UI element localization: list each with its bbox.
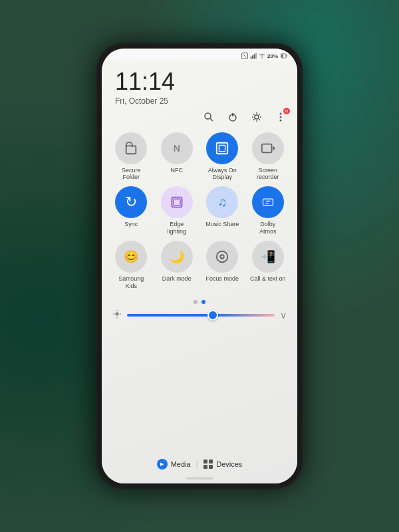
- tile-call-text[interactable]: 📲 Call & text on: [248, 241, 289, 290]
- tile-dark-mode[interactable]: 🌙 Dark mode: [157, 241, 198, 290]
- svg-rect-4: [254, 55, 255, 59]
- svg-point-14: [255, 115, 259, 119]
- battery-text: 20%: [267, 53, 278, 59]
- brightness-row: ∨: [102, 307, 297, 326]
- devices-grid-icon: [203, 460, 213, 469]
- svg-line-11: [210, 118, 213, 121]
- media-label: Media: [171, 460, 191, 468]
- svg-point-28: [115, 313, 118, 316]
- sync-icon: ↻: [115, 186, 147, 218]
- svg-rect-2: [251, 57, 252, 59]
- svg-point-27: [221, 255, 225, 259]
- svg-rect-18: [126, 146, 136, 154]
- tile-label: SecureFolder: [122, 167, 141, 182]
- media-bar: ▶ Media | Devices: [102, 455, 297, 475]
- brightness-slider[interactable]: [127, 314, 275, 317]
- notification-badge: N: [283, 108, 290, 114]
- svg-rect-21: [262, 144, 272, 152]
- dark-mode-icon: 🌙: [161, 241, 193, 273]
- svg-point-6: [261, 57, 263, 59]
- panel-content: 11:14 Fri, October 25 N: [102, 61, 297, 483]
- tile-label: NFC: [171, 167, 184, 174]
- media-divider: |: [196, 459, 199, 469]
- tile-label: Music Share: [205, 221, 239, 228]
- svg-marker-22: [273, 146, 275, 150]
- tile-dolby-atmos[interactable]: DolbyAtmos: [248, 186, 289, 235]
- phone-screen: 20% 11:14 Fri, October 25: [102, 49, 297, 483]
- svg-rect-24: [174, 199, 180, 205]
- status-icons: 20%: [241, 53, 288, 59]
- edge-lighting-icon: [161, 186, 193, 218]
- samsung-kids-icon: 😊: [115, 241, 147, 273]
- tile-samsung-kids[interactable]: 😊 SamsungKids: [111, 241, 152, 290]
- tile-label: Edgelighting: [167, 221, 186, 235]
- devices-button[interactable]: Devices: [203, 460, 242, 469]
- svg-rect-25: [263, 199, 273, 205]
- svg-rect-19: [217, 142, 228, 154]
- dot-2: [201, 300, 205, 304]
- svg-rect-9: [286, 55, 287, 57]
- brightness-low-icon: [112, 309, 122, 321]
- media-play-icon: ▶: [157, 459, 168, 469]
- bottom-handle: [102, 475, 297, 483]
- music-share-icon: ♫: [206, 186, 238, 218]
- always-on-icon: [206, 132, 238, 164]
- tile-label: Always OnDisplay: [208, 167, 237, 182]
- svg-point-17: [280, 119, 282, 121]
- status-bar: 20%: [102, 49, 297, 61]
- tile-label: SamsungKids: [118, 275, 144, 290]
- secure-folder-icon: [115, 132, 147, 164]
- tile-edge-lighting[interactable]: Edgelighting: [157, 186, 198, 235]
- tile-music-share[interactable]: ♫ Music Share: [202, 186, 243, 235]
- svg-line-1: [243, 55, 246, 57]
- tile-label: Screenrecorder: [257, 167, 279, 182]
- nfc-icon: N: [161, 132, 193, 164]
- power-button[interactable]: [225, 110, 240, 124]
- pagination: [102, 295, 297, 307]
- tile-sync[interactable]: ↻ Sync: [111, 186, 152, 235]
- tile-always-on-display[interactable]: Always OnDisplay: [202, 132, 243, 182]
- battery-icon: [280, 53, 288, 59]
- media-button[interactable]: ▶ Media: [157, 459, 191, 469]
- tile-secure-folder[interactable]: SecureFolder: [111, 132, 152, 182]
- silent-icon: [241, 53, 248, 59]
- svg-point-10: [205, 113, 211, 119]
- qs-toolbar: N: [102, 110, 297, 130]
- tile-label: Dark mode: [162, 275, 192, 283]
- date-display: Fri, October 25: [115, 96, 284, 106]
- svg-rect-5: [255, 53, 257, 59]
- search-button[interactable]: [201, 110, 216, 124]
- svg-rect-8: [281, 55, 283, 58]
- tile-label: Focus mode: [205, 275, 239, 283]
- phone-device: 20% 11:14 Fri, October 25: [96, 43, 303, 489]
- svg-point-26: [217, 251, 228, 263]
- devices-label: Devices: [216, 460, 242, 468]
- tile-nfc[interactable]: N NFC: [157, 132, 198, 182]
- tile-screen-recorder[interactable]: Screenrecorder: [248, 132, 289, 182]
- home-indicator[interactable]: [186, 477, 213, 479]
- tile-label: Call & text on: [250, 275, 286, 283]
- svg-point-15: [280, 112, 282, 114]
- svg-rect-3: [252, 55, 253, 59]
- tile-label: Sync: [124, 221, 138, 228]
- signal-icon: [250, 53, 257, 59]
- dolby-atmos-icon: [252, 186, 284, 218]
- svg-rect-20: [219, 145, 225, 151]
- settings-button[interactable]: [249, 110, 264, 124]
- svg-point-16: [280, 116, 282, 118]
- time-display: 11:14: [115, 68, 284, 95]
- brightness-thumb[interactable]: [207, 310, 218, 321]
- call-text-icon: 📲: [252, 241, 284, 273]
- more-options-button[interactable]: N: [273, 110, 288, 124]
- tile-label: DolbyAtmos: [259, 221, 277, 235]
- tiles-grid: SecureFolder N NFC Always OnDisplay: [102, 130, 297, 295]
- wifi-icon: [259, 53, 265, 59]
- time-section: 11:14 Fri, October 25: [102, 61, 297, 110]
- tile-focus-mode[interactable]: Focus mode: [202, 241, 243, 290]
- brightness-expand-button[interactable]: ∨: [280, 310, 287, 321]
- focus-mode-icon: [206, 241, 238, 273]
- screen-recorder-icon: [252, 132, 284, 164]
- dot-1: [194, 300, 198, 304]
